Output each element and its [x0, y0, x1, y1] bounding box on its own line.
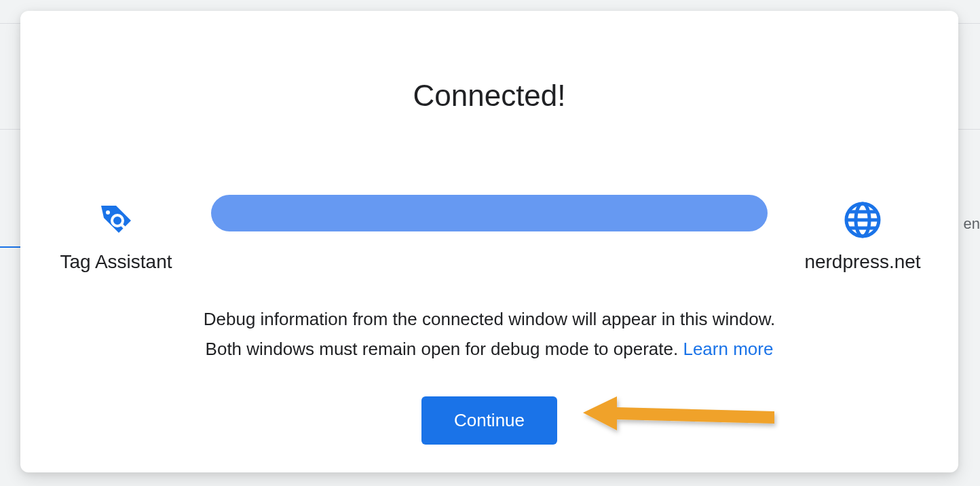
background-text-fragment: en: [964, 215, 980, 233]
description-line-2: Both windows must remain open for debug …: [206, 339, 683, 359]
connection-bar: [211, 195, 768, 231]
continue-button[interactable]: Continue: [421, 396, 557, 445]
connected-modal: Connected! Tag Assistant: [20, 11, 958, 472]
description-line-1: Debug information from the connected win…: [204, 309, 776, 329]
modal-description: Debug information from the connected win…: [204, 304, 776, 364]
endpoint-site: nerdpress.net: [795, 201, 930, 273]
svg-point-0: [106, 210, 110, 214]
endpoint-label: Tag Assistant: [60, 251, 172, 273]
svg-marker-8: [583, 396, 774, 430]
button-row: Continue: [48, 396, 931, 445]
endpoint-label: nerdpress.net: [804, 251, 920, 273]
background-accent-line: [0, 246, 20, 248]
endpoint-tag-assistant: Tag Assistant: [48, 201, 184, 273]
tag-assistant-icon: [97, 201, 135, 239]
modal-title: Connected!: [413, 79, 565, 113]
connection-row: Tag Assistant nerdpress.net: [48, 201, 931, 273]
annotation-arrow-icon: [578, 392, 781, 449]
globe-icon: [844, 201, 882, 239]
learn-more-link[interactable]: Learn more: [683, 339, 773, 359]
